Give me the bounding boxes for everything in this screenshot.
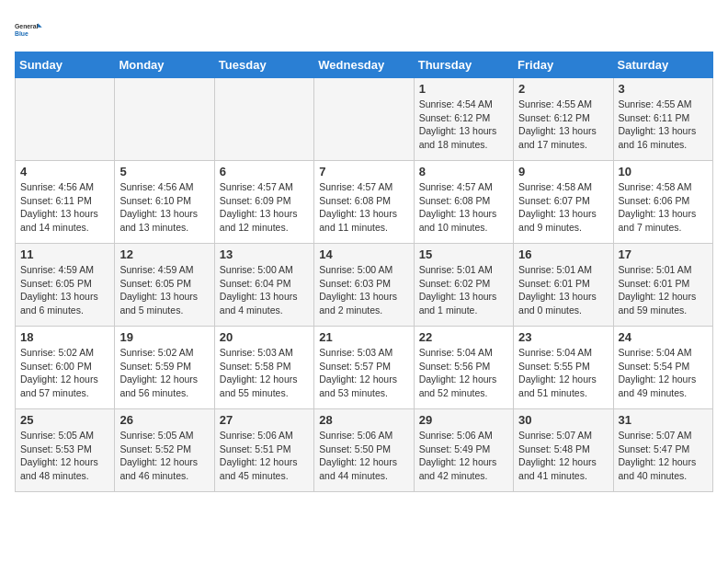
calendar-cell: 30Sunrise: 5:07 AMSunset: 5:48 PMDayligh… <box>514 409 613 492</box>
calendar-cell: 12Sunrise: 4:59 AMSunset: 6:05 PMDayligh… <box>115 244 214 327</box>
header-cell-friday: Friday <box>514 52 613 78</box>
page-header: GeneralBlue <box>15 15 713 44</box>
day-number: 21 <box>319 330 408 344</box>
calendar-cell <box>214 78 313 161</box>
logo: GeneralBlue <box>15 15 44 44</box>
day-info: Sunrise: 4:57 AMSunset: 6:08 PMDaylight:… <box>419 180 508 235</box>
day-number: 3 <box>619 82 708 96</box>
calendar-cell: 5Sunrise: 4:56 AMSunset: 6:10 PMDaylight… <box>115 161 214 244</box>
calendar-cell: 21Sunrise: 5:03 AMSunset: 5:57 PMDayligh… <box>314 327 414 409</box>
calendar-cell: 20Sunrise: 5:03 AMSunset: 5:58 PMDayligh… <box>214 327 313 409</box>
day-number: 16 <box>518 247 608 261</box>
day-number: 30 <box>518 413 608 427</box>
week-row-3: 11Sunrise: 4:59 AMSunset: 6:05 PMDayligh… <box>16 244 713 327</box>
day-number: 28 <box>319 413 408 427</box>
header-cell-tuesday: Tuesday <box>214 52 313 78</box>
day-info: Sunrise: 5:03 AMSunset: 5:58 PMDaylight:… <box>220 346 309 400</box>
calendar-cell: 11Sunrise: 4:59 AMSunset: 6:05 PMDayligh… <box>16 244 115 327</box>
day-info: Sunrise: 4:57 AMSunset: 6:09 PMDaylight:… <box>220 180 309 235</box>
calendar-cell: 24Sunrise: 5:04 AMSunset: 5:54 PMDayligh… <box>613 327 712 409</box>
day-info: Sunrise: 4:55 AMSunset: 6:12 PMDaylight:… <box>518 98 608 152</box>
day-info: Sunrise: 5:04 AMSunset: 5:54 PMDaylight:… <box>619 346 708 400</box>
day-info: Sunrise: 5:04 AMSunset: 5:56 PMDaylight:… <box>419 346 508 400</box>
day-number: 2 <box>518 82 608 96</box>
day-info: Sunrise: 5:01 AMSunset: 6:01 PMDaylight:… <box>518 263 608 317</box>
calendar-cell: 19Sunrise: 5:02 AMSunset: 5:59 PMDayligh… <box>115 327 214 409</box>
calendar-cell: 1Sunrise: 4:54 AMSunset: 6:12 PMDaylight… <box>414 78 513 161</box>
day-info: Sunrise: 4:55 AMSunset: 6:11 PMDaylight:… <box>619 98 708 152</box>
calendar-cell: 3Sunrise: 4:55 AMSunset: 6:11 PMDaylight… <box>613 78 712 161</box>
calendar-cell: 27Sunrise: 5:06 AMSunset: 5:51 PMDayligh… <box>214 409 313 492</box>
calendar-cell: 15Sunrise: 5:01 AMSunset: 6:02 PMDayligh… <box>414 244 513 327</box>
day-info: Sunrise: 5:02 AMSunset: 5:59 PMDaylight:… <box>119 346 209 400</box>
day-number: 25 <box>20 413 109 427</box>
calendar-table: SundayMondayTuesdayWednesdayThursdayFrid… <box>15 52 713 492</box>
calendar-cell: 6Sunrise: 4:57 AMSunset: 6:09 PMDaylight… <box>214 161 313 244</box>
svg-text:Blue: Blue <box>15 30 28 37</box>
day-number: 24 <box>619 330 708 344</box>
week-row-2: 4Sunrise: 4:56 AMSunset: 6:11 PMDaylight… <box>16 161 713 244</box>
calendar-cell <box>314 78 414 161</box>
calendar-cell: 22Sunrise: 5:04 AMSunset: 5:56 PMDayligh… <box>414 327 513 409</box>
header-cell-sunday: Sunday <box>16 52 115 78</box>
calendar-cell: 7Sunrise: 4:57 AMSunset: 6:08 PMDaylight… <box>314 161 414 244</box>
day-number: 20 <box>220 330 309 344</box>
day-number: 10 <box>619 165 708 178</box>
day-info: Sunrise: 4:54 AMSunset: 6:12 PMDaylight:… <box>419 98 508 152</box>
header-cell-wednesday: Wednesday <box>314 52 414 78</box>
day-number: 23 <box>518 330 608 344</box>
calendar-cell: 23Sunrise: 5:04 AMSunset: 5:55 PMDayligh… <box>514 327 613 409</box>
day-number: 26 <box>119 413 209 427</box>
day-number: 19 <box>119 330 209 344</box>
day-number: 9 <box>518 165 608 178</box>
day-info: Sunrise: 5:07 AMSunset: 5:47 PMDaylight:… <box>619 429 708 483</box>
calendar-cell: 13Sunrise: 5:00 AMSunset: 6:04 PMDayligh… <box>214 244 313 327</box>
day-number: 18 <box>20 330 109 344</box>
day-info: Sunrise: 5:04 AMSunset: 5:55 PMDaylight:… <box>518 346 608 400</box>
header-row: SundayMondayTuesdayWednesdayThursdayFrid… <box>16 52 713 78</box>
day-info: Sunrise: 5:00 AMSunset: 6:03 PMDaylight:… <box>319 263 408 317</box>
calendar-cell: 25Sunrise: 5:05 AMSunset: 5:53 PMDayligh… <box>16 409 115 492</box>
day-info: Sunrise: 4:58 AMSunset: 6:07 PMDaylight:… <box>518 180 608 235</box>
calendar-cell: 4Sunrise: 4:56 AMSunset: 6:11 PMDaylight… <box>16 161 115 244</box>
day-info: Sunrise: 5:06 AMSunset: 5:51 PMDaylight:… <box>220 429 309 483</box>
day-info: Sunrise: 4:56 AMSunset: 6:10 PMDaylight:… <box>119 180 209 235</box>
day-info: Sunrise: 5:06 AMSunset: 5:50 PMDaylight:… <box>319 429 408 483</box>
day-info: Sunrise: 5:02 AMSunset: 6:00 PMDaylight:… <box>20 346 109 400</box>
week-row-1: 1Sunrise: 4:54 AMSunset: 6:12 PMDaylight… <box>16 78 713 161</box>
day-number: 8 <box>419 165 508 178</box>
calendar-cell: 26Sunrise: 5:05 AMSunset: 5:52 PMDayligh… <box>115 409 214 492</box>
calendar-cell: 9Sunrise: 4:58 AMSunset: 6:07 PMDaylight… <box>514 161 613 244</box>
day-number: 5 <box>119 165 209 178</box>
day-info: Sunrise: 5:06 AMSunset: 5:49 PMDaylight:… <box>419 429 508 483</box>
header-cell-saturday: Saturday <box>613 52 712 78</box>
calendar-cell: 18Sunrise: 5:02 AMSunset: 6:00 PMDayligh… <box>16 327 115 409</box>
day-number: 12 <box>119 247 209 261</box>
calendar-cell: 10Sunrise: 4:58 AMSunset: 6:06 PMDayligh… <box>613 161 712 244</box>
day-info: Sunrise: 4:59 AMSunset: 6:05 PMDaylight:… <box>119 263 209 317</box>
calendar-cell: 8Sunrise: 4:57 AMSunset: 6:08 PMDaylight… <box>414 161 513 244</box>
day-number: 4 <box>20 165 109 178</box>
day-info: Sunrise: 4:57 AMSunset: 6:08 PMDaylight:… <box>319 180 408 235</box>
day-info: Sunrise: 5:01 AMSunset: 6:02 PMDaylight:… <box>419 263 508 317</box>
day-number: 22 <box>419 330 508 344</box>
calendar-cell <box>115 78 214 161</box>
day-info: Sunrise: 4:59 AMSunset: 6:05 PMDaylight:… <box>20 263 109 317</box>
day-info: Sunrise: 5:03 AMSunset: 5:57 PMDaylight:… <box>319 346 408 400</box>
week-row-4: 18Sunrise: 5:02 AMSunset: 6:00 PMDayligh… <box>16 327 713 409</box>
day-number: 15 <box>419 247 508 261</box>
svg-text:General: General <box>15 23 39 29</box>
calendar-cell: 31Sunrise: 5:07 AMSunset: 5:47 PMDayligh… <box>613 409 712 492</box>
logo-icon: GeneralBlue <box>15 15 44 44</box>
day-number: 13 <box>220 247 309 261</box>
calendar-cell <box>16 78 115 161</box>
svg-marker-2 <box>38 23 42 28</box>
calendar-cell: 16Sunrise: 5:01 AMSunset: 6:01 PMDayligh… <box>514 244 613 327</box>
calendar-cell: 28Sunrise: 5:06 AMSunset: 5:50 PMDayligh… <box>314 409 414 492</box>
header-cell-thursday: Thursday <box>414 52 513 78</box>
calendar-cell: 2Sunrise: 4:55 AMSunset: 6:12 PMDaylight… <box>514 78 613 161</box>
day-info: Sunrise: 5:00 AMSunset: 6:04 PMDaylight:… <box>220 263 309 317</box>
day-number: 29 <box>419 413 508 427</box>
day-info: Sunrise: 5:05 AMSunset: 5:52 PMDaylight:… <box>119 429 209 483</box>
calendar-cell: 17Sunrise: 5:01 AMSunset: 6:01 PMDayligh… <box>613 244 712 327</box>
